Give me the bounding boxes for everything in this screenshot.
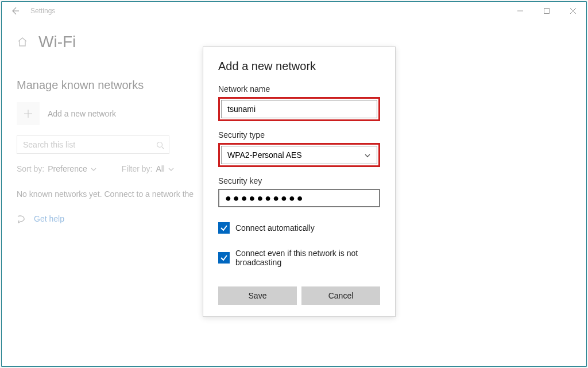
search-input[interactable]: [23, 140, 156, 149]
search-box[interactable]: [17, 135, 169, 154]
security-type-highlight: WPA2-Personal AES: [218, 143, 380, 167]
security-key-input[interactable]: [218, 189, 380, 207]
dialog-title: Add a new network: [218, 60, 380, 73]
network-name-highlight: [218, 97, 380, 121]
plus-icon: [23, 109, 33, 119]
connect-hidden-checkbox[interactable]: Connect even if this network is not broa…: [218, 249, 380, 267]
security-type-label: Security type: [218, 130, 380, 140]
sort-value: Preference: [48, 164, 87, 173]
maximize-icon: [544, 8, 550, 14]
sort-prefix: Sort by:: [17, 164, 44, 173]
network-name-input[interactable]: [221, 100, 377, 118]
network-name-label: Network name: [218, 84, 380, 94]
cancel-button[interactable]: Cancel: [301, 286, 380, 305]
svg-point-1: [157, 142, 163, 147]
connect-hidden-label: Connect even if this network is not broa…: [235, 249, 380, 267]
minimize-button[interactable]: [507, 2, 533, 20]
checkbox-checked-icon: [218, 222, 230, 234]
add-network-dialog: Add a new network Network name Security …: [203, 47, 396, 317]
dialog-button-row: Save Cancel: [218, 286, 380, 305]
add-network-label: Add a new network: [48, 109, 116, 118]
connect-auto-checkbox[interactable]: Connect automatically: [218, 222, 380, 234]
chevron-down-icon: [364, 150, 371, 160]
sort-by-dropdown[interactable]: Sort by: Preference: [17, 164, 96, 173]
close-button[interactable]: [560, 2, 586, 20]
save-button[interactable]: Save: [218, 286, 297, 305]
plus-tile: [17, 102, 40, 125]
title-bar: Settings: [2, 2, 586, 20]
app-title: Settings: [30, 7, 55, 15]
filter-by-dropdown[interactable]: Filter by: All: [122, 164, 174, 173]
security-type-select[interactable]: WPA2-Personal AES: [221, 146, 377, 164]
chevron-down-icon: [91, 164, 96, 173]
security-type-value: WPA2-Personal AES: [227, 150, 302, 160]
help-icon: [17, 214, 27, 224]
settings-window: Settings Wi-Fi Manage known networks Add…: [1, 1, 587, 367]
page-title: Wi-Fi: [38, 33, 76, 51]
svg-rect-0: [544, 9, 550, 14]
filter-value: All: [156, 164, 165, 173]
checkbox-checked-icon: [218, 252, 230, 264]
security-key-label: Security key: [218, 176, 380, 185]
chevron-down-icon: [168, 164, 174, 173]
filter-prefix: Filter by:: [122, 164, 153, 173]
search-icon: [156, 140, 164, 150]
home-icon: [17, 36, 28, 48]
back-button[interactable]: [2, 2, 28, 20]
get-help-label[interactable]: Get help: [34, 214, 64, 223]
connect-auto-label: Connect automatically: [235, 223, 315, 233]
empty-state-message: No known networks yet. Connect to a netw…: [17, 189, 200, 199]
maximize-button[interactable]: [533, 2, 560, 20]
close-icon: [570, 8, 576, 14]
minimize-icon: [517, 8, 523, 14]
arrow-left-icon: [10, 6, 20, 16]
